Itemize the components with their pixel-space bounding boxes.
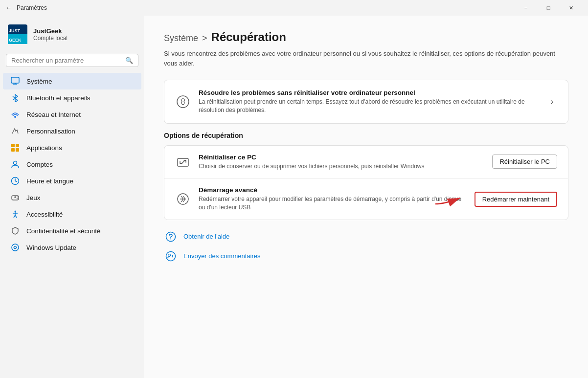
sidebar-item-confidentialite[interactable]: Confidentialité et sécurité — [3, 222, 141, 239]
svg-point-19 — [17, 197, 18, 198]
svg-text:GEEK: GEEK — [9, 38, 22, 43]
svg-point-32 — [170, 238, 171, 239]
breadcrumb: Système > Récupération — [164, 30, 568, 44]
help-link-text[interactable]: Obtenir de l'aide — [183, 233, 229, 240]
svg-point-7 — [14, 116, 16, 118]
sidebar-item-bluetooth-label: Bluetooth et appareils — [26, 94, 90, 102]
breadcrumb-current: Récupération — [211, 30, 286, 44]
troubleshoot-card-text: Résoudre les problèmes sans réinitialise… — [199, 89, 539, 114]
back-button[interactable]: ← — [6, 4, 12, 11]
sidebar-item-bluetooth[interactable]: Bluetooth et appareils — [3, 89, 141, 106]
svg-line-24 — [14, 215, 15, 218]
advanced-start-row: Démarrage avancé Redémarrer votre appare… — [164, 178, 568, 220]
svg-point-33 — [166, 251, 176, 261]
sidebar-item-applications-label: Applications — [26, 144, 62, 152]
titlebar: ← Paramètres − □ ✕ — [0, 0, 588, 16]
sidebar-item-heure[interactable]: Heure et langue — [3, 173, 141, 189]
feedback-link-item[interactable]: Envoyer des commentaires — [164, 249, 568, 263]
sidebar-item-windowsupdate[interactable]: Windows Update — [3, 239, 141, 256]
advanced-start-icon — [175, 191, 191, 207]
sidebar-item-jeux-label: Jeux — [26, 194, 41, 201]
svg-text:JUST: JUST — [9, 28, 21, 33]
search-container: 🔍 — [0, 52, 144, 73]
confidentialite-icon — [11, 226, 20, 235]
options-card: Réinitialiser ce PC Choisir de conserver… — [164, 145, 568, 220]
svg-point-21 — [15, 211, 16, 212]
reset-pc-row: Réinitialiser ce PC Choisir de conserver… — [164, 146, 568, 178]
advanced-start-text: Démarrage avancé Redémarrer votre appare… — [199, 186, 467, 212]
sidebar-item-accessibilite[interactable]: Accessibilité — [3, 206, 141, 222]
red-arrow-annotation — [430, 188, 470, 210]
svg-rect-4 — [11, 77, 19, 83]
troubleshoot-icon — [175, 94, 191, 110]
profile-info: JustGeek Compte local — [33, 27, 68, 42]
sidebar-item-personnalisation-label: Personnalisation — [26, 128, 75, 135]
help-icon — [164, 230, 178, 244]
sidebar-item-accessibilite-label: Accessibilité — [26, 211, 63, 218]
page-description: Si vous rencontrez des problèmes avec vo… — [164, 49, 565, 68]
svg-point-12 — [14, 161, 17, 165]
window-title: Paramètres — [17, 4, 515, 11]
search-box: 🔍 — [6, 54, 138, 67]
windowsupdate-icon — [11, 243, 20, 252]
sidebar-item-confidentialite-label: Confidentialité et sécurité — [26, 227, 101, 235]
comptes-icon — [11, 160, 20, 169]
main-content: Système > Récupération Si vous rencontre… — [144, 16, 588, 378]
reset-pc-icon — [175, 154, 191, 170]
reset-pc-desc: Choisir de conserver ou de supprimer vos… — [199, 162, 484, 171]
svg-point-27 — [177, 96, 189, 108]
systeme-icon — [11, 77, 20, 86]
reseau-icon — [11, 110, 20, 119]
feedback-link-text[interactable]: Envoyer des commentaires — [183, 252, 261, 260]
sidebar-nav: Système Bluetooth et appareils — [0, 73, 144, 256]
sidebar-item-personnalisation[interactable]: Personnalisation — [3, 123, 141, 139]
options-section-title: Options de récupération — [164, 132, 568, 139]
sidebar-item-applications[interactable]: Applications — [3, 139, 141, 156]
sidebar-item-heure-label: Heure et langue — [26, 178, 73, 185]
sidebar-item-reseau[interactable]: Réseau et Internet — [3, 106, 141, 123]
profile-name: JustGeek — [33, 27, 68, 35]
profile-logo: JUST GEEK — [8, 24, 27, 44]
heure-icon — [11, 177, 20, 185]
advanced-start-action: Redémarrer maintenant — [475, 192, 557, 207]
restart-now-button[interactable]: Redémarrer maintenant — [475, 192, 557, 207]
sidebar-item-comptes[interactable]: Comptes — [3, 156, 141, 173]
links-section: Obtenir de l'aide Envoyer des commentair… — [164, 230, 568, 263]
troubleshoot-card-action: › — [547, 95, 557, 108]
troubleshoot-chevron-button[interactable]: › — [547, 95, 557, 108]
sidebar-item-windowsupdate-label: Windows Update — [26, 244, 76, 251]
svg-rect-11 — [16, 148, 19, 152]
reset-pc-text: Réinitialiser ce PC Choisir de conserver… — [199, 154, 484, 171]
svg-line-25 — [15, 215, 17, 218]
troubleshoot-card-title: Résoudre les problèmes sans réinitialise… — [199, 89, 539, 96]
search-icon: 🔍 — [125, 57, 133, 64]
help-link-item[interactable]: Obtenir de l'aide — [164, 230, 568, 244]
feedback-icon — [164, 249, 178, 263]
svg-rect-10 — [11, 148, 15, 152]
svg-rect-8 — [11, 144, 15, 147]
minimize-button[interactable]: − — [515, 0, 537, 16]
troubleshoot-card-row: Résoudre les problèmes sans réinitialise… — [175, 89, 557, 114]
profile-section: JUST GEEK JustGeek Compte local — [0, 20, 144, 52]
svg-point-34 — [168, 254, 171, 256]
svg-point-26 — [12, 244, 19, 251]
applications-icon — [11, 143, 20, 152]
svg-rect-9 — [16, 144, 19, 147]
jeux-icon — [11, 193, 20, 202]
close-button[interactable]: ✕ — [560, 0, 582, 16]
sidebar-item-reseau-label: Réseau et Internet — [26, 111, 81, 118]
reset-pc-action: Réinitialiser le PC — [492, 155, 557, 169]
sidebar: JUST GEEK JustGeek Compte local 🔍 — [0, 16, 144, 378]
sidebar-item-jeux[interactable]: Jeux — [3, 189, 141, 206]
profile-subtitle: Compte local — [33, 35, 68, 42]
advanced-start-desc: Redémarrer votre appareil pour modifier … — [199, 195, 467, 212]
reset-pc-button[interactable]: Réinitialiser le PC — [492, 155, 557, 169]
maximize-button[interactable]: □ — [537, 0, 560, 16]
search-input[interactable] — [11, 57, 121, 64]
troubleshoot-card-desc: La réinitialisation peut prendre un cert… — [199, 98, 539, 114]
svg-point-20 — [17, 198, 18, 199]
bluetooth-icon — [11, 93, 20, 102]
reset-pc-title: Réinitialiser ce PC — [199, 154, 484, 161]
sidebar-item-systeme[interactable]: Système — [3, 73, 141, 89]
app-container: JUST GEEK JustGeek Compte local 🔍 — [0, 16, 588, 378]
